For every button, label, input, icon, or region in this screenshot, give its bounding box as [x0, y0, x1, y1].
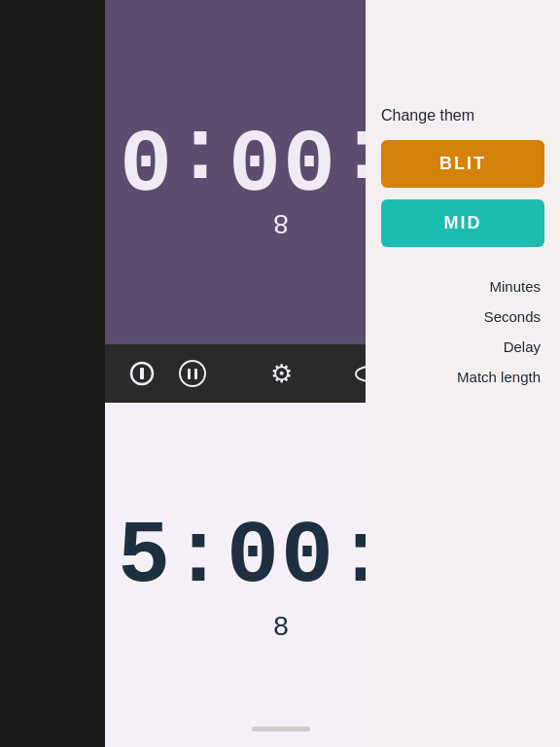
right-panel-top [381, 19, 544, 97]
flag-button[interactable] [124, 356, 159, 391]
blitz-theme-button[interactable]: BLIT [381, 140, 544, 188]
seconds-setting[interactable]: Seconds [381, 308, 544, 325]
pause-button[interactable] [175, 356, 210, 391]
bottom-move-number: 8 [273, 611, 289, 642]
change-themes-label: Change them [381, 107, 544, 124]
minutes-setting[interactable]: Minutes [381, 278, 544, 295]
bottom-home-indicator [252, 727, 310, 731]
gear-icon: ⚙ [270, 359, 293, 389]
right-settings-panel: Change them BLIT MID Minutes Seconds Del… [366, 0, 560, 747]
settings-button[interactable]: ⚙ [263, 356, 298, 391]
top-move-number: 8 [273, 208, 289, 239]
match-length-setting[interactable]: Match length [381, 369, 544, 385]
controls-left-group [124, 356, 210, 391]
delay-setting[interactable]: Delay [381, 338, 544, 355]
left-dark-area [0, 0, 105, 747]
svg-rect-1 [140, 368, 144, 379]
settings-section: Minutes Seconds Delay Match length [381, 278, 544, 385]
mid-theme-button[interactable]: MID [381, 199, 544, 247]
